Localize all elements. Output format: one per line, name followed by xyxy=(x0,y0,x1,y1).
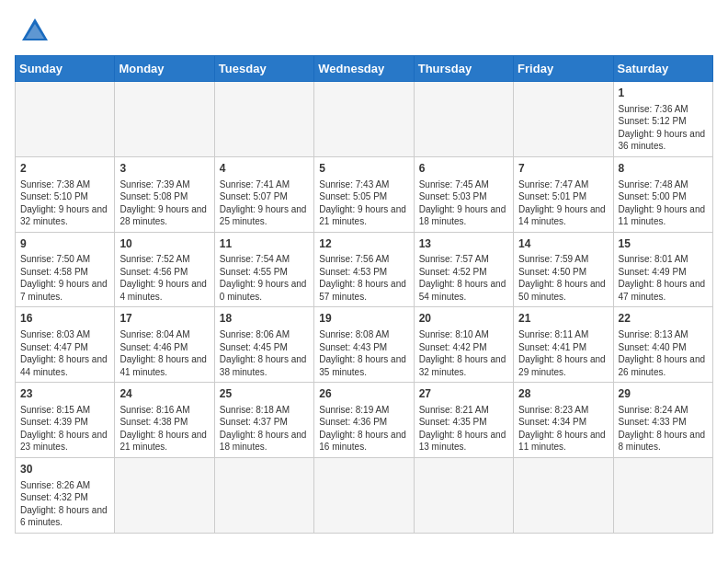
calendar-day-cell: 5Sunrise: 7:43 AM Sunset: 5:05 PM Daylig… xyxy=(314,156,414,232)
logo-icon xyxy=(18,15,51,48)
weekday-header-tuesday: Tuesday xyxy=(214,56,313,82)
calendar-day-cell: 24Sunrise: 8:16 AM Sunset: 4:38 PM Dayli… xyxy=(115,383,214,458)
day-info: Sunrise: 8:19 AM Sunset: 4:36 PM Dayligh… xyxy=(319,404,408,454)
calendar-day-cell: 13Sunrise: 7:57 AM Sunset: 4:52 PM Dayli… xyxy=(414,232,513,307)
day-info: Sunrise: 8:21 AM Sunset: 4:35 PM Dayligh… xyxy=(419,404,508,454)
calendar-week-row: 2Sunrise: 7:38 AM Sunset: 5:10 PM Daylig… xyxy=(16,156,713,232)
day-number: 30 xyxy=(20,462,109,477)
day-info: Sunrise: 8:03 AM Sunset: 4:47 PM Dayligh… xyxy=(20,328,109,378)
calendar-day-cell: 14Sunrise: 7:59 AM Sunset: 4:50 PM Dayli… xyxy=(514,232,613,307)
calendar-day-cell: 15Sunrise: 8:01 AM Sunset: 4:49 PM Dayli… xyxy=(613,232,712,307)
day-info: Sunrise: 7:50 AM Sunset: 4:58 PM Dayligh… xyxy=(20,253,109,303)
calendar-day-cell: 23Sunrise: 8:15 AM Sunset: 4:39 PM Dayli… xyxy=(16,383,115,458)
weekday-header-wednesday: Wednesday xyxy=(314,56,414,82)
calendar-day-cell xyxy=(214,82,313,157)
day-info: Sunrise: 7:59 AM Sunset: 4:50 PM Dayligh… xyxy=(518,253,608,303)
day-info: Sunrise: 7:54 AM Sunset: 4:55 PM Dayligh… xyxy=(220,253,309,303)
calendar-day-cell xyxy=(613,457,712,533)
calendar-day-cell xyxy=(414,457,513,533)
day-number: 15 xyxy=(619,236,708,252)
day-info: Sunrise: 8:18 AM Sunset: 4:37 PM Dayligh… xyxy=(220,404,309,454)
day-info: Sunrise: 8:06 AM Sunset: 4:45 PM Dayligh… xyxy=(220,328,309,378)
day-info: Sunrise: 7:38 AM Sunset: 5:10 PM Dayligh… xyxy=(20,178,109,228)
day-number: 25 xyxy=(220,386,309,402)
calendar-day-cell xyxy=(514,457,613,533)
day-number: 18 xyxy=(220,311,309,327)
day-info: Sunrise: 8:01 AM Sunset: 4:49 PM Dayligh… xyxy=(619,253,708,303)
day-info: Sunrise: 7:47 AM Sunset: 5:01 PM Dayligh… xyxy=(518,178,608,228)
day-info: Sunrise: 7:52 AM Sunset: 4:56 PM Dayligh… xyxy=(119,253,209,303)
day-number: 3 xyxy=(119,161,209,177)
day-number: 10 xyxy=(119,236,209,252)
calendar-day-cell xyxy=(314,457,414,533)
calendar-day-cell xyxy=(16,82,115,157)
calendar-day-cell: 6Sunrise: 7:45 AM Sunset: 5:03 PM Daylig… xyxy=(414,156,513,232)
day-info: Sunrise: 8:13 AM Sunset: 4:40 PM Dayligh… xyxy=(619,328,708,378)
calendar-day-cell: 20Sunrise: 8:10 AM Sunset: 4:42 PM Dayli… xyxy=(414,307,513,383)
day-number: 7 xyxy=(518,161,608,177)
calendar-day-cell: 27Sunrise: 8:21 AM Sunset: 4:35 PM Dayli… xyxy=(414,383,513,458)
calendar-day-cell xyxy=(214,457,313,533)
calendar-day-cell: 19Sunrise: 8:08 AM Sunset: 4:43 PM Dayli… xyxy=(314,307,414,383)
weekday-header-saturday: Saturday xyxy=(613,56,712,82)
calendar-day-cell xyxy=(414,82,513,157)
calendar-week-row: 16Sunrise: 8:03 AM Sunset: 4:47 PM Dayli… xyxy=(16,307,713,383)
page-header xyxy=(15,15,713,48)
calendar-table: SundayMondayTuesdayWednesdayThursdayFrid… xyxy=(15,55,713,534)
calendar-day-cell: 30Sunrise: 8:26 AM Sunset: 4:32 PM Dayli… xyxy=(16,457,115,533)
day-number: 8 xyxy=(619,161,708,177)
day-number: 29 xyxy=(619,386,708,402)
calendar-day-cell: 22Sunrise: 8:13 AM Sunset: 4:40 PM Dayli… xyxy=(613,307,712,383)
calendar-day-cell xyxy=(314,82,414,157)
calendar-day-cell: 11Sunrise: 7:54 AM Sunset: 4:55 PM Dayli… xyxy=(214,232,313,307)
day-number: 1 xyxy=(619,86,708,101)
calendar-day-cell: 8Sunrise: 7:48 AM Sunset: 5:00 PM Daylig… xyxy=(613,156,712,232)
day-info: Sunrise: 8:23 AM Sunset: 4:34 PM Dayligh… xyxy=(518,404,608,454)
calendar-day-cell: 12Sunrise: 7:56 AM Sunset: 4:53 PM Dayli… xyxy=(314,232,414,307)
day-number: 2 xyxy=(20,161,109,177)
day-number: 26 xyxy=(319,386,408,402)
day-info: Sunrise: 7:48 AM Sunset: 5:00 PM Dayligh… xyxy=(619,178,708,228)
day-number: 21 xyxy=(518,311,608,327)
day-info: Sunrise: 8:24 AM Sunset: 4:33 PM Dayligh… xyxy=(619,404,708,454)
day-number: 11 xyxy=(220,236,309,252)
day-number: 13 xyxy=(419,236,508,252)
calendar-day-cell: 29Sunrise: 8:24 AM Sunset: 4:33 PM Dayli… xyxy=(613,383,712,458)
day-info: Sunrise: 7:39 AM Sunset: 5:08 PM Dayligh… xyxy=(119,178,209,228)
calendar-day-cell: 4Sunrise: 7:41 AM Sunset: 5:07 PM Daylig… xyxy=(214,156,313,232)
day-number: 5 xyxy=(319,161,408,177)
day-number: 4 xyxy=(220,161,309,177)
day-info: Sunrise: 7:45 AM Sunset: 5:03 PM Dayligh… xyxy=(419,178,508,228)
calendar-day-cell: 18Sunrise: 8:06 AM Sunset: 4:45 PM Dayli… xyxy=(214,307,313,383)
day-number: 12 xyxy=(319,236,408,252)
day-info: Sunrise: 7:57 AM Sunset: 4:52 PM Dayligh… xyxy=(419,253,508,303)
day-info: Sunrise: 7:56 AM Sunset: 4:53 PM Dayligh… xyxy=(319,253,408,303)
day-info: Sunrise: 8:26 AM Sunset: 4:32 PM Dayligh… xyxy=(20,479,109,529)
day-number: 24 xyxy=(119,386,209,402)
calendar-day-cell: 16Sunrise: 8:03 AM Sunset: 4:47 PM Dayli… xyxy=(16,307,115,383)
calendar-day-cell xyxy=(115,82,214,157)
calendar-day-cell xyxy=(115,457,214,533)
weekday-header-monday: Monday xyxy=(115,56,214,82)
day-info: Sunrise: 8:10 AM Sunset: 4:42 PM Dayligh… xyxy=(419,328,508,378)
weekday-header-friday: Friday xyxy=(514,56,613,82)
day-info: Sunrise: 8:08 AM Sunset: 4:43 PM Dayligh… xyxy=(319,328,408,378)
calendar-day-cell: 9Sunrise: 7:50 AM Sunset: 4:58 PM Daylig… xyxy=(16,232,115,307)
calendar-week-row: 23Sunrise: 8:15 AM Sunset: 4:39 PM Dayli… xyxy=(16,383,713,458)
day-info: Sunrise: 7:41 AM Sunset: 5:07 PM Dayligh… xyxy=(220,178,309,228)
day-info: Sunrise: 8:16 AM Sunset: 4:38 PM Dayligh… xyxy=(119,404,209,454)
calendar-day-cell: 7Sunrise: 7:47 AM Sunset: 5:01 PM Daylig… xyxy=(514,156,613,232)
day-number: 27 xyxy=(419,386,508,402)
day-number: 28 xyxy=(518,386,608,402)
calendar-week-row: 1Sunrise: 7:36 AM Sunset: 5:12 PM Daylig… xyxy=(16,82,713,157)
calendar-week-row: 30Sunrise: 8:26 AM Sunset: 4:32 PM Dayli… xyxy=(16,457,713,533)
day-number: 23 xyxy=(20,386,109,402)
day-number: 20 xyxy=(419,311,508,327)
weekday-header-thursday: Thursday xyxy=(414,56,513,82)
day-number: 9 xyxy=(20,236,109,252)
day-number: 17 xyxy=(119,311,209,327)
calendar-day-cell: 26Sunrise: 8:19 AM Sunset: 4:36 PM Dayli… xyxy=(314,383,414,458)
calendar-day-cell: 28Sunrise: 8:23 AM Sunset: 4:34 PM Dayli… xyxy=(514,383,613,458)
calendar-day-cell: 2Sunrise: 7:38 AM Sunset: 5:10 PM Daylig… xyxy=(16,156,115,232)
day-number: 16 xyxy=(20,311,109,327)
